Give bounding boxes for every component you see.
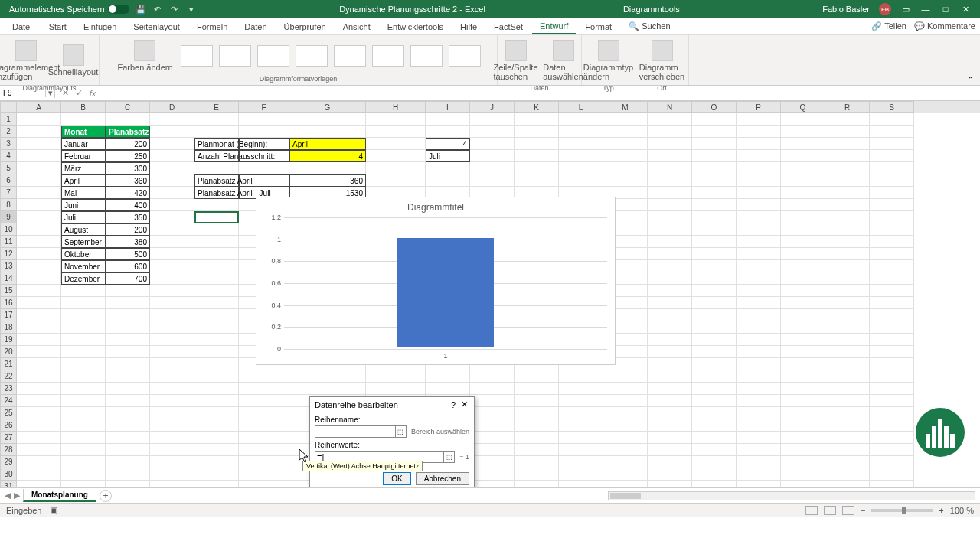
- cell[interactable]: [692, 150, 737, 162]
- name-box[interactable]: F9: [0, 89, 46, 97]
- cell[interactable]: [692, 248, 737, 260]
- cell[interactable]: [825, 285, 870, 297]
- cell[interactable]: [106, 358, 150, 370]
- cell[interactable]: [470, 419, 514, 432]
- cell[interactable]: [737, 370, 781, 383]
- cell[interactable]: [781, 272, 825, 285]
- switch-row-col[interactable]: Zeile/Spalte tauschen: [495, 38, 537, 83]
- tab-ansicht[interactable]: Ansicht: [335, 20, 378, 34]
- chart-style-4[interactable]: [296, 45, 328, 67]
- cell[interactable]: [470, 150, 514, 162]
- cell[interactable]: [870, 211, 914, 223]
- cell[interactable]: [781, 432, 825, 444]
- cell[interactable]: [870, 407, 914, 419]
- zoom-out[interactable]: −: [861, 506, 865, 515]
- accept-formula-icon[interactable]: ✓: [74, 88, 84, 98]
- cell[interactable]: [825, 272, 870, 285]
- cell[interactable]: [150, 321, 194, 334]
- cell[interactable]: [17, 199, 61, 211]
- add-sheet-button[interactable]: +: [100, 490, 112, 502]
- cell[interactable]: [870, 383, 914, 395]
- cell[interactable]: [150, 199, 194, 211]
- cell[interactable]: [150, 346, 194, 358]
- cell[interactable]: [150, 236, 194, 248]
- cell[interactable]: [692, 407, 737, 419]
- cell[interactable]: [194, 419, 239, 432]
- cell[interactable]: [870, 187, 914, 199]
- cell[interactable]: Dezember: [61, 272, 106, 285]
- cell[interactable]: [559, 174, 603, 187]
- cell[interactable]: [870, 272, 914, 285]
- row-header[interactable]: 1: [0, 113, 17, 126]
- cell[interactable]: [825, 199, 870, 211]
- cell[interactable]: [17, 481, 61, 487]
- cell[interactable]: [870, 297, 914, 309]
- cell[interactable]: [150, 370, 194, 383]
- cell[interactable]: [470, 444, 514, 456]
- tab-seitenlayout[interactable]: Seitenlayout: [126, 20, 188, 34]
- chart[interactable]: Diagrammtitel 00,20,40,60,811,21: [256, 197, 616, 365]
- cell[interactable]: [289, 113, 366, 126]
- cell[interactable]: [870, 162, 914, 174]
- col-header[interactable]: P: [737, 101, 781, 113]
- cell[interactable]: 700: [106, 272, 150, 285]
- cell[interactable]: [870, 236, 914, 248]
- cell[interactable]: [781, 126, 825, 138]
- cell[interactable]: [194, 126, 239, 138]
- cell[interactable]: [17, 150, 61, 162]
- cell[interactable]: [239, 138, 289, 150]
- cell[interactable]: [781, 395, 825, 407]
- qat-more-icon[interactable]: ▾: [186, 4, 197, 15]
- cell[interactable]: [648, 407, 692, 419]
- cell[interactable]: [603, 481, 648, 487]
- cell[interactable]: [692, 260, 737, 272]
- cell[interactable]: [603, 162, 648, 174]
- tab-einfuegen[interactable]: Einfügen: [76, 20, 124, 34]
- col-header[interactable]: G: [289, 101, 366, 113]
- cell[interactable]: [559, 456, 603, 468]
- cell[interactable]: 200: [106, 138, 150, 150]
- cell[interactable]: [366, 150, 426, 162]
- cell[interactable]: [870, 260, 914, 272]
- cell[interactable]: [737, 260, 781, 272]
- cell[interactable]: [150, 481, 194, 487]
- cell[interactable]: [870, 432, 914, 444]
- cell[interactable]: [470, 481, 514, 487]
- cell[interactable]: [692, 468, 737, 481]
- cell[interactable]: [17, 260, 61, 272]
- cell[interactable]: [781, 248, 825, 260]
- cell[interactable]: [106, 297, 150, 309]
- cell[interactable]: [737, 419, 781, 432]
- cell[interactable]: [17, 272, 61, 285]
- move-chart[interactable]: Diagramm verschieben: [642, 38, 683, 83]
- cell[interactable]: Februar: [61, 150, 106, 162]
- cell[interactable]: [17, 383, 61, 395]
- cell[interactable]: [648, 468, 692, 481]
- chart-style-8[interactable]: [449, 45, 481, 67]
- chart-bar[interactable]: [397, 238, 495, 347]
- row-header[interactable]: 8: [0, 199, 17, 211]
- cell[interactable]: [17, 162, 61, 174]
- cell[interactable]: [603, 113, 648, 126]
- cell[interactable]: [194, 162, 239, 174]
- cell[interactable]: [106, 395, 150, 407]
- cell[interactable]: [17, 138, 61, 150]
- cell[interactable]: [61, 383, 106, 395]
- cell[interactable]: [603, 383, 648, 395]
- row-header[interactable]: 26: [0, 419, 17, 432]
- cell[interactable]: [470, 456, 514, 468]
- cell[interactable]: [17, 432, 61, 444]
- cell[interactable]: [17, 174, 61, 187]
- cell[interactable]: [870, 419, 914, 432]
- row-header[interactable]: 3: [0, 138, 17, 150]
- col-header[interactable]: Q: [781, 101, 825, 113]
- cell[interactable]: [870, 395, 914, 407]
- cell[interactable]: [289, 126, 366, 138]
- cell[interactable]: [825, 444, 870, 456]
- cell[interactable]: [150, 113, 194, 126]
- cell[interactable]: [825, 358, 870, 370]
- cell[interactable]: [781, 407, 825, 419]
- cell[interactable]: Anzahl Planausschnitt:: [194, 150, 239, 162]
- cell[interactable]: [737, 236, 781, 248]
- cell[interactable]: [150, 162, 194, 174]
